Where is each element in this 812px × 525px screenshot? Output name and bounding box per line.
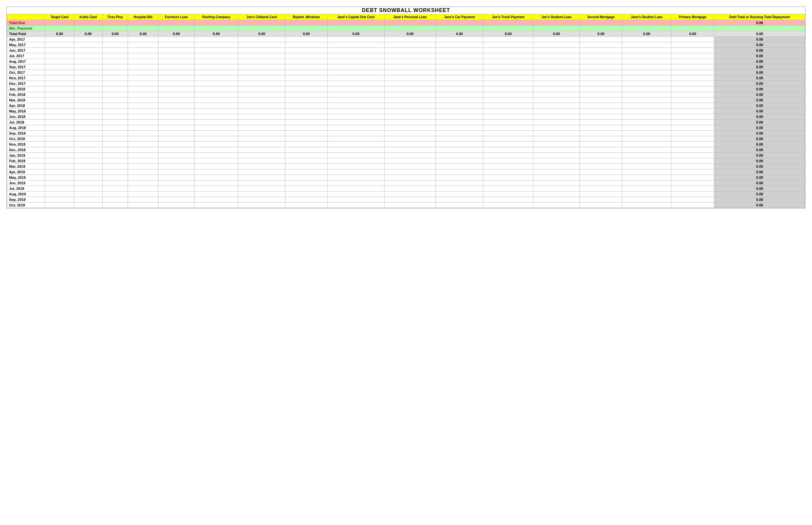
data-cell[interactable] [580, 158, 622, 164]
data-cell[interactable] [285, 192, 327, 197]
data-cell[interactable] [533, 75, 579, 81]
data-cell[interactable] [74, 37, 102, 42]
data-cell[interactable] [671, 81, 714, 87]
data-cell[interactable] [45, 169, 74, 175]
data-cell[interactable] [533, 192, 579, 197]
data-cell[interactable] [158, 197, 194, 202]
data-cell[interactable] [194, 75, 238, 81]
data-cell[interactable] [158, 114, 194, 120]
data-cell[interactable] [45, 70, 74, 75]
data-cell[interactable] [74, 59, 102, 64]
data-cell[interactable] [285, 175, 327, 180]
data-cell[interactable] [622, 164, 671, 169]
data-cell[interactable] [385, 147, 436, 153]
data-cell[interactable] [194, 175, 238, 180]
data-cell[interactable] [285, 164, 327, 169]
data-cell[interactable] [385, 64, 436, 70]
data-cell[interactable] [285, 197, 327, 202]
data-cell[interactable] [158, 64, 194, 70]
data-cell[interactable] [74, 186, 102, 192]
data-cell[interactable] [128, 48, 158, 53]
data-cell[interactable] [385, 120, 436, 125]
data-cell[interactable] [483, 197, 533, 202]
data-cell[interactable] [622, 64, 671, 70]
data-cell[interactable] [128, 186, 158, 192]
data-cell[interactable] [194, 180, 238, 186]
data-cell[interactable] [128, 131, 158, 136]
data-cell[interactable] [533, 142, 579, 147]
data-cell[interactable] [102, 87, 128, 92]
data-cell[interactable] [45, 48, 74, 53]
data-cell[interactable] [671, 64, 714, 70]
data-cell[interactable] [74, 153, 102, 158]
data-cell[interactable] [533, 169, 579, 175]
data-cell[interactable] [158, 97, 194, 103]
data-cell[interactable] [285, 120, 327, 125]
data-cell[interactable] [385, 180, 436, 186]
data-cell[interactable] [580, 131, 622, 136]
data-cell[interactable] [436, 202, 483, 208]
data-cell[interactable] [385, 186, 436, 192]
data-cell[interactable] [238, 175, 285, 180]
data-cell[interactable] [45, 147, 74, 153]
data-cell[interactable] [102, 136, 128, 142]
data-cell[interactable] [285, 97, 327, 103]
data-cell[interactable] [533, 114, 579, 120]
data-cell[interactable] [483, 180, 533, 186]
total-due-janes-capital[interactable] [327, 20, 384, 26]
data-cell[interactable] [327, 108, 384, 114]
total-due-hospital[interactable] [128, 20, 158, 26]
data-cell[interactable] [327, 64, 384, 70]
data-cell[interactable] [74, 120, 102, 125]
data-cell[interactable] [45, 131, 74, 136]
data-cell[interactable] [102, 70, 128, 75]
data-cell[interactable] [436, 64, 483, 70]
data-cell[interactable] [102, 53, 128, 59]
total-due-janes-student[interactable] [622, 20, 671, 26]
data-cell[interactable] [385, 131, 436, 136]
data-cell[interactable] [483, 48, 533, 53]
data-cell[interactable] [671, 42, 714, 48]
data-cell[interactable] [580, 153, 622, 158]
data-cell[interactable] [385, 81, 436, 87]
data-cell[interactable] [385, 70, 436, 75]
data-cell[interactable] [385, 59, 436, 64]
data-cell[interactable] [158, 125, 194, 131]
data-cell[interactable] [533, 53, 579, 59]
data-cell[interactable] [622, 197, 671, 202]
data-cell[interactable] [436, 147, 483, 153]
data-cell[interactable] [74, 87, 102, 92]
data-cell[interactable] [671, 37, 714, 42]
data-cell[interactable] [483, 202, 533, 208]
min-pay-hospital[interactable] [128, 26, 158, 31]
data-cell[interactable] [580, 202, 622, 208]
data-cell[interactable] [102, 186, 128, 192]
data-cell[interactable] [436, 75, 483, 81]
data-cell[interactable] [45, 59, 74, 64]
data-cell[interactable] [327, 175, 384, 180]
min-pay-jons-citibank[interactable] [238, 26, 285, 31]
data-cell[interactable] [74, 175, 102, 180]
data-cell[interactable] [436, 142, 483, 147]
data-cell[interactable] [238, 42, 285, 48]
data-cell[interactable] [45, 180, 74, 186]
data-cell[interactable] [74, 97, 102, 103]
data-cell[interactable] [385, 136, 436, 142]
total-due-jons-truck[interactable] [483, 20, 533, 26]
data-cell[interactable] [327, 42, 384, 48]
data-cell[interactable] [194, 142, 238, 147]
data-cell[interactable] [327, 180, 384, 186]
data-cell[interactable] [45, 164, 74, 169]
data-cell[interactable] [102, 97, 128, 103]
min-pay-janes-student[interactable] [622, 26, 671, 31]
data-cell[interactable] [194, 158, 238, 164]
data-cell[interactable] [158, 153, 194, 158]
data-cell[interactable] [622, 125, 671, 131]
data-cell[interactable] [622, 103, 671, 108]
data-cell[interactable] [45, 87, 74, 92]
data-cell[interactable] [128, 87, 158, 92]
data-cell[interactable] [436, 87, 483, 92]
data-cell[interactable] [238, 53, 285, 59]
data-cell[interactable] [580, 87, 622, 92]
data-cell[interactable] [327, 120, 384, 125]
